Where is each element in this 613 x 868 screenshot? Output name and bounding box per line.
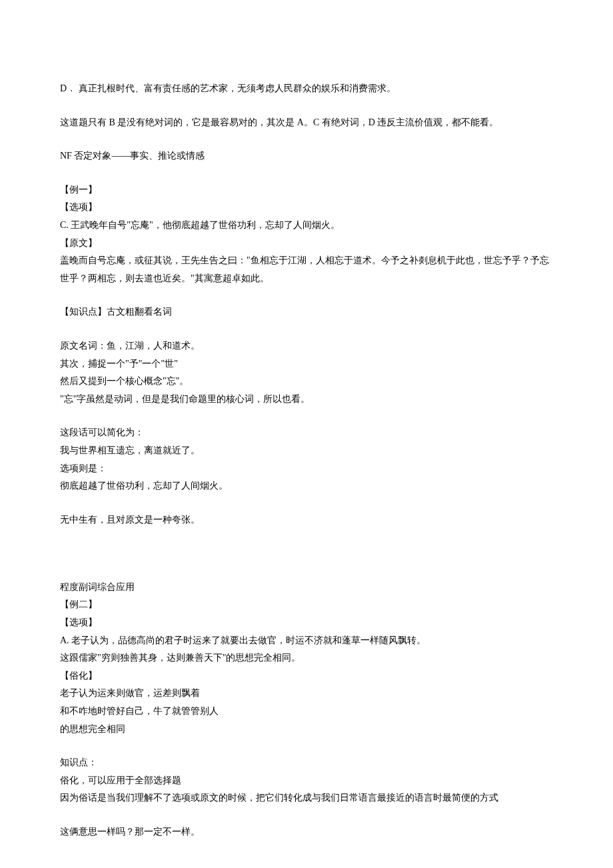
example2-option-label: 【选项】 [60,614,553,632]
example1-original-text: 盖晚而自号忘庵，或征其说，王先生告之曰："鱼相忘于江湖，人相忘于道术。今予之补剡… [60,252,553,287]
suhua-line1: 老子认为运来则做官，运差则飘着 [60,685,553,703]
kp2-title: 知识点： [60,754,553,772]
example1-title: 【例一】 [60,181,553,199]
simplify-line3: 选项则是： [60,460,553,478]
knowledge-point: 【知识点】古文粗翻看名词 [60,303,553,321]
nf-heading: NF 否定对象——事实、推论或情感 [60,147,553,165]
simplify-line4: 彻底超越了世俗功利，忘却了人间烟火。 [60,477,553,495]
noun-line3: 然后又提到一个核心概念"忘"。 [60,373,553,391]
example2-option-a2: 这跟儒家"穷则独善其身，达则兼善天下"的思想完全相同。 [60,649,553,667]
suhua-line2: 和不咋地时管好自己，牛了就管管别人 [60,703,553,721]
simplify-line2: 我与世界相互遗忘，离道就近了。 [60,442,553,460]
option-d: D． 真正扎根时代、富有责任感的艺术家，无须考虑人民群众的娱乐和消费需求。 [60,80,553,98]
simplify-line1: 这段话可以简化为： [60,424,553,442]
example1-option-label: 【选项】 [60,199,553,217]
adverb-title: 程度副词综合应用 [60,579,553,597]
final-line: 这俩意思一样吗？那一定不一样。 [60,823,553,841]
example1-option-c: C. 王武晚年自号"忘庵"，他彻底超越了世俗功利，忘却了人间烟火。 [60,217,553,235]
noun-line4: "忘"字虽然是动词，但是是我们命题里的核心词，所以也看。 [60,391,553,409]
example1-original-label: 【原文】 [60,235,553,253]
example2-option-a1: A. 老子认为，品德高尚的君子时运来了就要出去做官，时运不济就和蓬草一样随风飘转… [60,632,553,650]
example2-title: 【例二】 [60,596,553,614]
suhua-line3: 的思想完全相同 [60,721,553,739]
noun-line1: 原文名词：鱼，江湖，人和道术。 [60,337,553,355]
suhua-label: 【俗化】 [60,667,553,685]
kp2-line2: 因为俗话是当我们理解不了选项或原文的时候，把它们转化成与我们日常语言最接近的语言… [60,789,553,807]
conclusion1: 无中生有，且对原文是一种夸张。 [60,511,553,529]
kp2-line1: 俗化，可以应用于全部选择题 [60,772,553,790]
noun-line2: 其次，捕捉一个"予"一个"世" [60,355,553,373]
analysis-text: 这道题只有 B 是没有绝对词的，它是最容易对的，其次是 A。C 有绝对词，D 违… [60,114,553,132]
